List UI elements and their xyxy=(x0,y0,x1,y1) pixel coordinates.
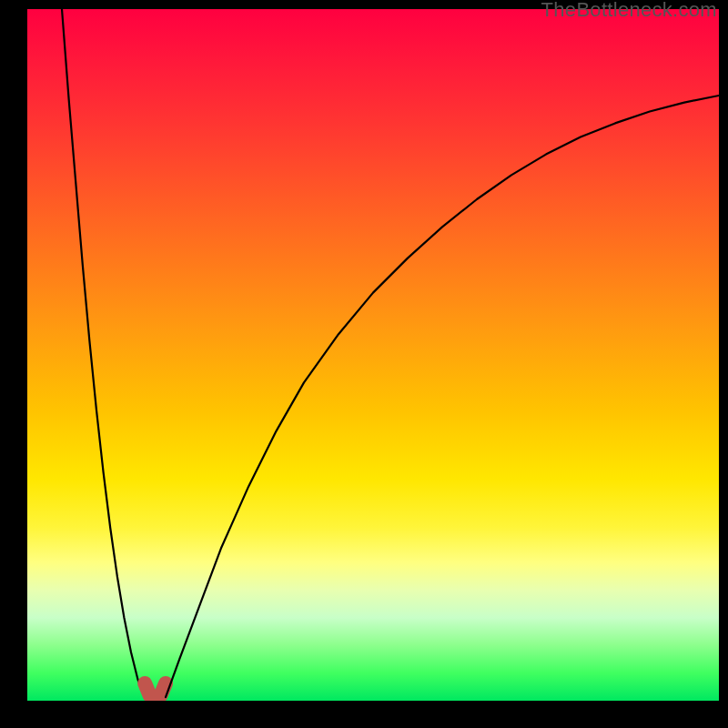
plot-area xyxy=(27,9,719,701)
watermark-label: TheBottleneck.com xyxy=(541,0,717,22)
series-right-branch xyxy=(166,96,719,697)
chart-stage: TheBottleneck.com xyxy=(0,0,728,728)
curve-svg xyxy=(27,9,719,701)
series-valley-marker xyxy=(145,683,166,697)
series-left-branch xyxy=(62,9,145,697)
